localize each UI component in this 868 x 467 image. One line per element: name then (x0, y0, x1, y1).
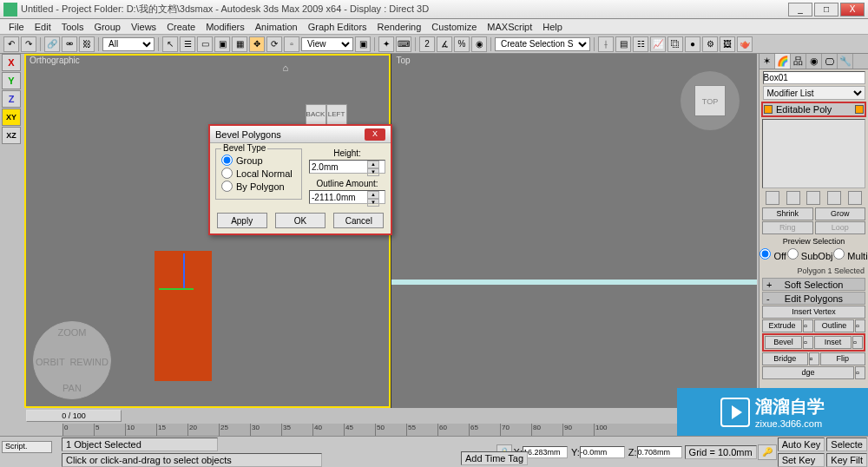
modifier-stack[interactable] (762, 119, 865, 188)
tab-modify[interactable]: 🌈 (775, 54, 791, 69)
menu-group[interactable]: Group (89, 22, 126, 32)
select-rect-button[interactable]: ▭ (197, 36, 213, 52)
radio-group[interactable]: Group (221, 155, 296, 166)
radio-local-normal[interactable]: Local Normal (221, 168, 296, 179)
outline-button[interactable]: Outline (814, 319, 854, 332)
axis-xy-button[interactable]: XY (2, 109, 21, 126)
tab-utilities[interactable]: 🔧 (838, 54, 853, 69)
inset-button[interactable]: Inset (814, 336, 852, 349)
time-slider[interactable]: 0 / 100 (24, 408, 757, 424)
loop-button[interactable]: Loop (815, 221, 866, 234)
key-icon[interactable]: 🔑 (758, 444, 777, 460)
selecte-button[interactable]: Selecte (826, 437, 867, 451)
remove-mod-button[interactable] (827, 191, 841, 205)
undo-button[interactable]: ↶ (3, 36, 19, 52)
mirror-button[interactable]: ⟊ (598, 36, 614, 52)
hinge-button[interactable]: dge (762, 366, 854, 379)
tab-create[interactable]: ✶ (760, 54, 775, 69)
move-button[interactable]: ✥ (249, 36, 265, 52)
height-spinner[interactable]: ▲▼ (309, 160, 385, 174)
viewcube-back-left[interactable]: BACKLEFT (306, 104, 347, 125)
setkey-button[interactable]: Set Key (778, 453, 825, 467)
preview-off[interactable]: Off (760, 248, 786, 261)
height-input[interactable] (310, 161, 367, 173)
align-button[interactable]: ▤ (615, 36, 631, 52)
outline-up[interactable]: ▲ (367, 191, 379, 199)
time-thumb[interactable]: 0 / 100 (26, 410, 122, 422)
extrude-settings[interactable]: ▫ (803, 319, 813, 332)
object-name-input[interactable] (763, 71, 865, 84)
selection-filter-dropdown[interactable]: All (102, 37, 155, 51)
bridge-button[interactable]: Bridge (762, 352, 808, 365)
minimize-button[interactable]: _ (788, 3, 812, 16)
hinge-settings[interactable]: ▫ (855, 366, 865, 379)
select-name-button[interactable]: ☰ (180, 36, 195, 52)
stack-subobj-icon[interactable] (855, 105, 864, 114)
coord-z-input[interactable] (637, 446, 682, 458)
rollout-edit-polygons[interactable]: -Edit Polygons (762, 292, 865, 305)
render-button[interactable]: 🫖 (737, 36, 753, 52)
dialog-close-button[interactable]: X (365, 128, 385, 141)
select-crossing-button[interactable]: ▦ (232, 36, 247, 52)
ring-button[interactable]: Ring (762, 221, 813, 234)
viewcube[interactable]: TOP (681, 71, 740, 130)
menu-animation[interactable]: Animation (250, 22, 303, 32)
link-button[interactable]: 🔗 (44, 36, 60, 52)
snap-angle-button[interactable]: ∡ (437, 36, 452, 52)
scale-button[interactable]: ▫ (284, 36, 299, 52)
snap-spinner-button[interactable]: ◉ (471, 36, 487, 52)
add-time-tag[interactable]: Add Time Tag (461, 451, 528, 465)
redo-button[interactable]: ↷ (21, 36, 36, 52)
home-icon[interactable]: ⌂ (283, 62, 295, 75)
schematic-button[interactable]: ⿻ (667, 36, 683, 52)
rollout-soft-selection[interactable]: +Soft Selection (762, 278, 865, 291)
unlink-button[interactable]: ⚮ (62, 36, 77, 52)
shrink-button[interactable]: Shrink (762, 207, 813, 220)
menu-grapheditors[interactable]: Graph Editors (303, 22, 372, 32)
menu-tools[interactable]: Tools (56, 22, 89, 32)
maximize-button[interactable]: □ (814, 3, 838, 16)
menu-modifiers[interactable]: Modifiers (201, 22, 250, 32)
radio-by-polygon[interactable]: By Polygon (221, 181, 296, 192)
select-button[interactable]: ↖ (162, 36, 178, 52)
bevel-button[interactable]: Bevel (765, 336, 802, 349)
viewport-top[interactable]: Top TOP (391, 54, 758, 408)
dialog-titlebar[interactable]: Bevel Polygons X (210, 126, 391, 143)
insert-vertex-button[interactable]: Insert Vertex (762, 306, 865, 319)
render-frame-button[interactable]: 🖼 (720, 36, 735, 52)
pivot-button[interactable]: ▣ (355, 36, 371, 52)
material-button[interactable]: ● (685, 36, 700, 52)
curve-editor-button[interactable]: 📈 (650, 36, 666, 52)
axis-x-button[interactable]: X (2, 54, 21, 71)
snap-2d-button[interactable]: 2 (419, 36, 435, 52)
menu-customize[interactable]: Customize (426, 22, 482, 32)
steering-wheel[interactable]: ZOOM ORBIT REWIND PAN (33, 321, 111, 399)
bevel-settings[interactable]: ▫ (803, 336, 813, 349)
tab-motion[interactable]: ◉ (806, 54, 822, 69)
bridge-settings[interactable]: ▫ (809, 352, 819, 365)
height-up[interactable]: ▲ (367, 161, 379, 168)
outline-settings[interactable]: ▫ (855, 319, 865, 332)
stack-toggle-icon[interactable] (764, 105, 773, 114)
menu-maxscript[interactable]: MAXScript (482, 22, 537, 32)
keyfilter-button[interactable]: Key Filt (826, 453, 867, 467)
coord-x-input[interactable] (523, 446, 568, 458)
transform-gizmo[interactable] (176, 271, 194, 288)
inset-settings[interactable]: ▫ (852, 336, 863, 349)
axis-z-button[interactable]: Z (2, 90, 21, 108)
pin-stack-button[interactable] (766, 191, 779, 205)
show-end-button[interactable] (786, 191, 800, 205)
select-window-button[interactable]: ▣ (214, 36, 230, 52)
outline-down[interactable]: ▼ (367, 199, 379, 207)
menu-rendering[interactable]: Rendering (372, 22, 427, 32)
height-down[interactable]: ▼ (367, 168, 379, 176)
outline-input[interactable] (310, 191, 367, 203)
ref-coord-dropdown[interactable]: View (301, 37, 353, 51)
ok-button[interactable]: OK (275, 213, 326, 228)
render-setup-button[interactable]: ⚙ (702, 36, 718, 52)
menu-help[interactable]: Help (537, 22, 568, 32)
menu-file[interactable]: File (3, 22, 30, 32)
apply-button[interactable]: Apply (217, 213, 267, 228)
preview-multi[interactable]: Multi (833, 248, 867, 261)
menu-edit[interactable]: Edit (30, 22, 56, 32)
